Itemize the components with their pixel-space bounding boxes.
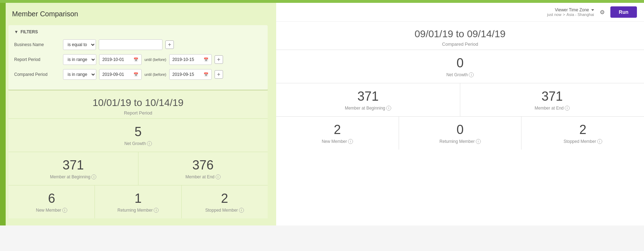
- left-new-member-label: New Member i: [12, 208, 91, 213]
- left-net-growth-label: Net Growth i: [12, 141, 264, 146]
- left-member-end-label: Member at End i: [142, 174, 264, 179]
- info-icon-right-member-beginning[interactable]: i: [386, 106, 391, 111]
- info-icon-left-returning-member[interactable]: i: [154, 208, 159, 213]
- filter-add-business[interactable]: +: [165, 40, 174, 49]
- filter-add-compared[interactable]: +: [215, 70, 223, 79]
- right-header: Viewer Time Zone just now > Asia - Shang…: [276, 3, 644, 22]
- info-icon-left-member-end[interactable]: i: [216, 174, 221, 179]
- right-member-end-value: 371: [464, 89, 640, 104]
- calendar-icon-compared-to: 📅: [204, 72, 209, 77]
- until-label-compared: until (before): [144, 72, 166, 77]
- info-icon-right-new-member[interactable]: i: [348, 139, 353, 144]
- filters-label: FILTERS: [21, 29, 38, 34]
- filter-row-report: Report Period is in range 2019-10-01 📅 u…: [14, 54, 262, 65]
- right-stats: 09/01/19 to 09/14/19 Compared Period 0 N…: [276, 22, 644, 225]
- right-stopped-member-label: Stopped Member i: [525, 139, 640, 144]
- filter-label-business: Business Name: [14, 42, 60, 47]
- right-new-member-label: New Member i: [280, 139, 395, 144]
- info-icon-right-stopped-member[interactable]: i: [597, 139, 602, 144]
- filter-from-compared[interactable]: 2019-09-01 📅: [99, 69, 142, 80]
- info-icon-right-net-growth[interactable]: i: [469, 72, 474, 77]
- right-net-growth-value: 0: [280, 56, 640, 71]
- left-member-beginning-value: 371: [12, 158, 135, 173]
- calendar-icon-compared-from: 📅: [133, 72, 138, 77]
- filter-operator-compared[interactable]: is in range: [63, 69, 96, 80]
- calendar-icon-report-to: 📅: [204, 57, 209, 62]
- right-period-date: 09/01/19 to 09/14/19: [280, 28, 640, 40]
- filter-to-report[interactable]: 2019-10-15 📅: [169, 54, 212, 65]
- filter-to-compared[interactable]: 2019-09-15 📅: [169, 69, 212, 80]
- right-stopped-member-value: 2: [525, 122, 640, 137]
- timezone-value: Asia - Shanghai: [566, 12, 594, 17]
- left-new-member-value: 6: [12, 191, 91, 206]
- left-net-growth-value: 5: [12, 124, 264, 139]
- filter-label-compared: Compared Period: [14, 72, 60, 77]
- left-stopped-member-label: Stopped Member i: [185, 208, 264, 213]
- info-icon-left-member-beginning[interactable]: i: [91, 174, 96, 179]
- right-member-end-label: Member at End i: [464, 106, 640, 111]
- left-member-beginning-label: Member at Beginning i: [12, 174, 135, 179]
- right-panel: Viewer Time Zone just now > Asia - Shang…: [276, 3, 644, 225]
- calendar-icon-report-from: 📅: [133, 57, 138, 62]
- until-label-report: until (before): [144, 57, 166, 62]
- left-returning-member-label: Returning Member i: [98, 208, 177, 213]
- separator: >: [563, 12, 565, 17]
- right-returning-member-label: Returning Member i: [403, 139, 518, 144]
- left-member-end-value: 376: [142, 158, 264, 173]
- right-net-growth-label: Net Growth i: [280, 72, 640, 77]
- timezone-label[interactable]: Viewer Time Zone: [555, 7, 594, 12]
- triangle-down-icon: ▼: [14, 29, 18, 34]
- right-member-beginning-value: 371: [280, 89, 456, 104]
- info-icon-right-returning-member[interactable]: i: [476, 139, 481, 144]
- left-period-date: 10/01/19 to 10/14/19: [12, 97, 264, 109]
- panel-title: Member Comparison: [8, 10, 268, 18]
- left-stopped-member-value: 2: [185, 191, 264, 206]
- right-new-member-value: 2: [280, 122, 395, 137]
- filter-label-report: Report Period: [14, 57, 60, 62]
- gear-icon[interactable]: ⚙: [600, 9, 605, 16]
- right-member-beginning-label: Member at Beginning i: [280, 106, 456, 111]
- chevron-down-icon: [591, 9, 594, 11]
- info-icon-left-net-growth[interactable]: i: [147, 141, 152, 146]
- timezone-section: Viewer Time Zone just now > Asia - Shang…: [547, 7, 594, 17]
- filter-add-report[interactable]: +: [215, 55, 223, 64]
- info-icon-right-member-end[interactable]: i: [565, 106, 570, 111]
- run-button[interactable]: Run: [610, 6, 637, 18]
- filter-value-business[interactable]: [99, 39, 163, 50]
- info-icon-left-new-member[interactable]: i: [62, 208, 67, 213]
- updated-label: just now: [547, 12, 561, 17]
- left-period-label: Report Period: [12, 110, 264, 116]
- info-icon-left-stopped-member[interactable]: i: [239, 208, 244, 213]
- right-period-label: Compared Period: [280, 41, 640, 47]
- filter-operator-business[interactable]: is equal to: [63, 39, 96, 50]
- filters-header[interactable]: ▼ FILTERS: [14, 29, 262, 34]
- filters-section: ▼ FILTERS Business Name is equal to + Re…: [8, 25, 268, 90]
- filter-row-compared: Compared Period is in range 2019-09-01 📅…: [14, 69, 262, 80]
- top-bar: [0, 0, 644, 3]
- filter-from-report[interactable]: 2019-10-01 📅: [99, 54, 142, 65]
- filter-row-business: Business Name is equal to +: [14, 39, 262, 50]
- left-panel: Member Comparison ▼ FILTERS Business Nam…: [0, 3, 276, 225]
- filter-operator-report[interactable]: is in range: [63, 54, 96, 65]
- left-returning-member-value: 1: [98, 191, 177, 206]
- right-returning-member-value: 0: [403, 122, 518, 137]
